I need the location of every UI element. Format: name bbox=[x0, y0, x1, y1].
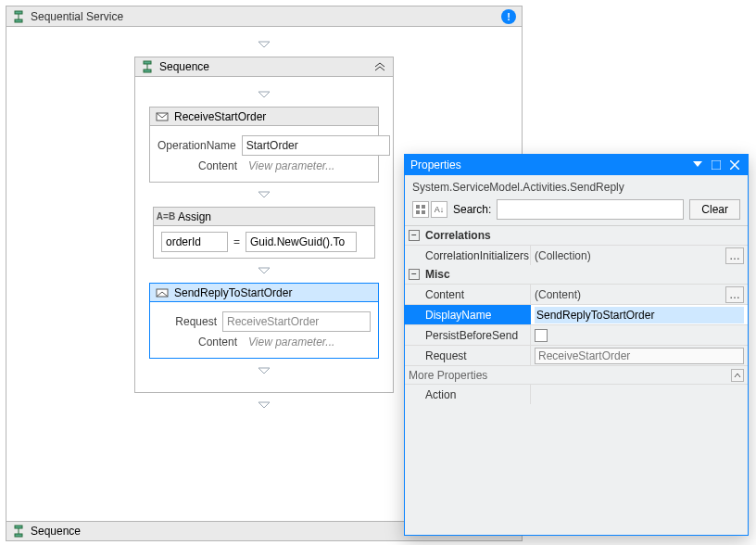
sequential-service-header[interactable]: Sequential Service ! bbox=[6, 6, 522, 27]
displayname-input[interactable] bbox=[535, 307, 744, 323]
drop-indicator-icon[interactable] bbox=[257, 90, 271, 99]
properties-panel: Properties System.ServiceModel.Activitie… bbox=[404, 154, 749, 536]
request-input[interactable] bbox=[222, 311, 371, 332]
row-persistbeforesend[interactable]: PersistBeforeSend bbox=[405, 324, 748, 345]
persist-checkbox[interactable] bbox=[535, 329, 548, 342]
svg-marker-3 bbox=[258, 42, 270, 47]
ellipsis-button[interactable]: … bbox=[725, 247, 744, 264]
svg-rect-18 bbox=[712, 160, 721, 170]
workflow-icon bbox=[12, 10, 25, 23]
svg-rect-14 bbox=[15, 526, 22, 528]
assign-activity[interactable]: A=B Assign = bbox=[153, 207, 375, 259]
svg-rect-0 bbox=[15, 11, 22, 14]
window-pin-icon[interactable] bbox=[709, 158, 724, 171]
equals-label: = bbox=[233, 235, 240, 248]
assign-header[interactable]: A=B Assign bbox=[154, 208, 374, 226]
drop-indicator-icon[interactable] bbox=[257, 40, 271, 49]
window-dropdown-icon[interactable] bbox=[690, 158, 705, 171]
category-correlations[interactable]: − Correlations bbox=[405, 226, 748, 245]
row-content[interactable]: Content (Content)… bbox=[405, 284, 748, 304]
collapse-toggle-icon[interactable]: − bbox=[409, 269, 420, 280]
category-more-properties[interactable]: More Properties bbox=[405, 365, 748, 384]
svg-marker-7 bbox=[258, 92, 270, 97]
expand-more-icon[interactable] bbox=[731, 369, 744, 382]
sequential-service-title: Sequential Service bbox=[31, 10, 501, 23]
receive-activity[interactable]: ReceiveStartOrder OperationName Content … bbox=[149, 107, 379, 183]
svg-rect-15 bbox=[15, 534, 22, 537]
sort-alpha-icon[interactable]: A↓ bbox=[431, 201, 447, 218]
svg-marker-12 bbox=[258, 368, 270, 374]
row-correlationinitializers[interactable]: CorrelationInitializers (Collection)… bbox=[405, 245, 748, 265]
content-label: Content bbox=[158, 159, 243, 172]
sequence-body: ReceiveStartOrder OperationName Content … bbox=[134, 77, 394, 393]
row-request[interactable]: Request ReceiveStartOrder bbox=[405, 345, 748, 365]
assign-value-input[interactable] bbox=[246, 232, 357, 252]
receive-icon bbox=[156, 110, 169, 123]
sendreply-title: SendReplyToStartOrder bbox=[174, 286, 372, 299]
property-grid: − Correlations CorrelationInitializers (… bbox=[405, 225, 748, 404]
svg-rect-21 bbox=[416, 205, 420, 209]
drop-indicator-icon[interactable] bbox=[257, 190, 271, 199]
receive-header[interactable]: ReceiveStartOrder bbox=[150, 108, 378, 126]
svg-rect-22 bbox=[422, 205, 425, 209]
drop-indicator-icon[interactable] bbox=[257, 400, 271, 410]
collapse-icon[interactable] bbox=[372, 61, 387, 72]
svg-rect-1 bbox=[15, 19, 22, 22]
svg-rect-24 bbox=[422, 210, 425, 214]
assign-title: Assign bbox=[178, 210, 369, 223]
view-parameter-link[interactable]: View parameter... bbox=[248, 336, 334, 349]
row-displayname[interactable]: DisplayName bbox=[405, 304, 748, 324]
sort-categorized-icon[interactable] bbox=[412, 201, 429, 218]
svg-marker-13 bbox=[258, 402, 270, 408]
ellipsis-button[interactable]: … bbox=[725, 286, 744, 303]
properties-titlebar[interactable]: Properties bbox=[405, 155, 748, 175]
sendreply-activity[interactable]: SendReplyToStartOrder Request Content Vi… bbox=[149, 283, 379, 359]
row-action[interactable]: Action bbox=[405, 384, 748, 404]
sequence-icon bbox=[12, 525, 25, 538]
drop-indicator-icon[interactable] bbox=[257, 266, 271, 275]
category-misc[interactable]: − Misc bbox=[405, 265, 748, 284]
sendreply-header[interactable]: SendReplyToStartOrder bbox=[150, 284, 378, 302]
drop-indicator-icon[interactable] bbox=[257, 366, 271, 375]
sendreply-icon bbox=[156, 286, 169, 299]
svg-rect-23 bbox=[416, 210, 420, 214]
properties-type-label: System.ServiceModel.Activities.SendReply bbox=[405, 175, 748, 197]
receive-title: ReceiveStartOrder bbox=[174, 110, 372, 123]
sequence-activity[interactable]: Sequence ReceiveStartOrder OperationName bbox=[134, 57, 394, 393]
validation-info-icon[interactable]: ! bbox=[501, 9, 516, 24]
properties-title: Properties bbox=[410, 158, 687, 171]
svg-rect-4 bbox=[144, 61, 151, 64]
assign-icon: A=B bbox=[159, 210, 172, 223]
svg-rect-5 bbox=[144, 70, 151, 72]
properties-toolbar: A↓ Search: Clear bbox=[405, 197, 748, 225]
content-label: Content bbox=[158, 336, 243, 349]
sequence-header[interactable]: Sequence bbox=[134, 57, 394, 77]
sequence-title: Sequence bbox=[159, 60, 372, 73]
properties-search-input[interactable] bbox=[497, 199, 684, 220]
svg-marker-17 bbox=[693, 161, 702, 167]
assign-to-input[interactable] bbox=[161, 232, 228, 252]
view-parameter-link[interactable]: View parameter... bbox=[248, 159, 334, 172]
window-close-icon[interactable] bbox=[727, 158, 742, 171]
request-value[interactable]: ReceiveStartOrder bbox=[535, 348, 744, 364]
clear-button[interactable]: Clear bbox=[689, 199, 740, 220]
svg-marker-9 bbox=[258, 192, 270, 197]
sequence-icon bbox=[141, 60, 154, 73]
search-label: Search: bbox=[453, 203, 491, 216]
collapse-toggle-icon[interactable]: − bbox=[409, 230, 420, 241]
request-label: Request bbox=[158, 315, 222, 328]
operation-name-input[interactable] bbox=[242, 135, 390, 156]
svg-marker-10 bbox=[258, 268, 270, 273]
operation-name-label: OperationName bbox=[158, 139, 242, 152]
